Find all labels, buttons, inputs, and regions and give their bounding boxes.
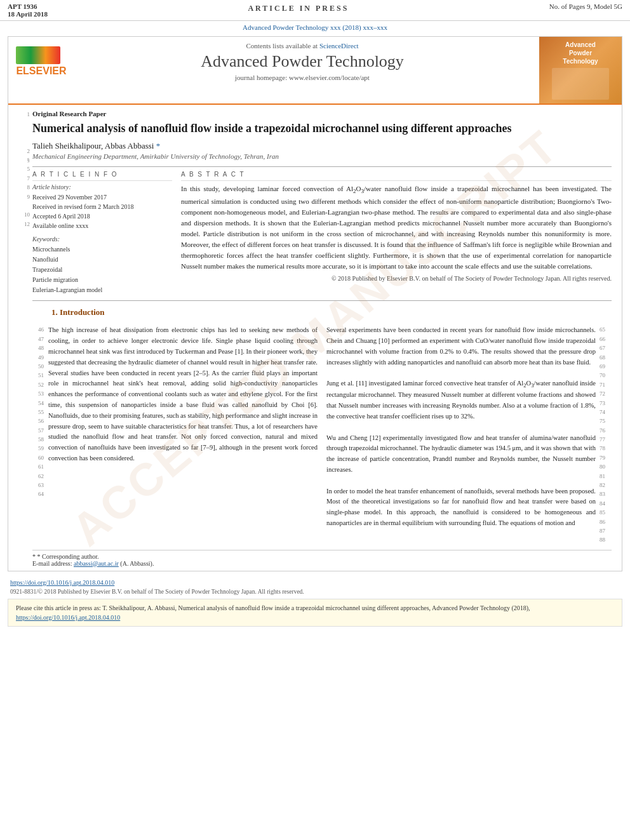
line-numbers-left: 1 2 § 5 7 8 9 10 12 bbox=[18, 110, 32, 567]
journal-id: APT 1936 18 April 2018 bbox=[8, 3, 48, 18]
article-body-watermark-container: ACCEPTED MANUSCRIPT 1 2 § 5 7 8 9 10 bbox=[8, 105, 622, 571]
authors: Talieh Sheikhalipour, Abbas Abbassi * bbox=[32, 141, 612, 151]
corresponding-asterisk: * bbox=[156, 141, 161, 150]
journal-homepage: journal homepage: www.elsevier.com/locat… bbox=[73, 74, 532, 81]
top-bar: APT 1936 18 April 2018 ARTICLE IN PRESS … bbox=[0, 0, 630, 21]
fn-asterisk: * bbox=[32, 553, 36, 560]
sd-main: ELSEVIER Contents lists available at Sci… bbox=[8, 37, 539, 103]
introduction-section: 1. Introduction 4647484950 5152535455 56… bbox=[32, 307, 612, 544]
accepted-date: Accepted 6 April 2018 bbox=[32, 211, 172, 221]
keywords-section: Keywords: Microchannels Nanofluid Trapez… bbox=[32, 236, 172, 295]
article-title: Numerical analysis of nanofluid flow ins… bbox=[32, 121, 612, 136]
elsevier-logo: ELSEVIER bbox=[16, 46, 67, 77]
article-info-abstract: A R T I C L E I N F O Article history: R… bbox=[32, 171, 612, 295]
abstract-col: A B S T R A C T In this study, developin… bbox=[181, 171, 612, 295]
kw-4: Particle migration bbox=[32, 275, 172, 285]
divider-info bbox=[32, 180, 172, 181]
apt-cover-image: Advanced Powder Technology bbox=[539, 37, 622, 103]
abstract-label: A B S T R A C T bbox=[181, 171, 612, 178]
intro-col-right: Several experiments have been conducted … bbox=[326, 325, 596, 544]
article-container: ELSEVIER Contents lists available at Sci… bbox=[8, 36, 622, 571]
kw-3: Trapezoidal bbox=[32, 265, 172, 275]
cite-bar: Please cite this article in press as: T.… bbox=[8, 599, 622, 627]
article-body: 1 2 § 5 7 8 9 10 12 Original Res bbox=[8, 105, 622, 571]
intro-heading: 1. Introduction bbox=[51, 307, 612, 317]
revised-date: Received in revised form 2 March 2018 bbox=[32, 202, 172, 211]
kw-2: Nanofluid bbox=[32, 255, 172, 265]
sd-contents-label: Contents lists available at ScienceDirec… bbox=[73, 42, 532, 50]
footnote: * * Corresponding author. E-mail address… bbox=[32, 550, 612, 567]
pages-model: No. of Pages 9, Model 5G bbox=[549, 3, 622, 10]
copyright-text: © 2018 Published by Elsevier B.V. on beh… bbox=[181, 274, 612, 283]
email-link[interactable]: abbassi@aut.ac.ir bbox=[74, 560, 119, 567]
kw-5: Eulerian-Lagrangian model bbox=[32, 285, 172, 295]
article-info-col: A R T I C L E I N F O Article history: R… bbox=[32, 171, 172, 295]
email-label: E-mail address: bbox=[32, 560, 72, 567]
divider-2 bbox=[32, 300, 612, 301]
intro-text-columns: 4647484950 5152535455 5657585960 6162636… bbox=[32, 325, 612, 544]
cite-doi-link[interactable]: https://doi.org/10.1016/j.apt.2018.04.01… bbox=[16, 614, 120, 621]
divider-abstract bbox=[181, 180, 612, 181]
kw-1: Microchannels bbox=[32, 244, 172, 255]
affiliation: Mechanical Engineering Department, Amirk… bbox=[32, 152, 612, 160]
article-type: Original Research Paper bbox=[32, 110, 612, 117]
abstract-text: In this study, developing laminar forced… bbox=[181, 183, 612, 272]
journal-citation: Advanced Powder Technology xxx (2018) xx… bbox=[0, 21, 630, 32]
line-nums-intro-left: 4647484950 5152535455 5657585960 6162636… bbox=[32, 325, 46, 544]
intro-col-left: The high increase of heat dissipation fr… bbox=[48, 325, 318, 544]
doi-section: https://doi.org/10.1016/j.apt.2018.04.01… bbox=[0, 575, 630, 596]
article-content: Original Research Paper Numerical analys… bbox=[32, 110, 612, 567]
available-online: Available online xxxx bbox=[32, 221, 172, 230]
journal-name: Advanced Powder Technology bbox=[73, 52, 532, 71]
line-nums-intro-right: 6566676869 7071727374 7576777879 8081828… bbox=[598, 325, 612, 544]
received-date: Received 29 November 2017 bbox=[32, 192, 172, 202]
issn-line: 0921-8831/© 2018 Published by Elsevier B… bbox=[10, 589, 620, 595]
history-label: Article history: bbox=[32, 183, 172, 190]
article-info-label: A R T I C L E I N F O bbox=[32, 171, 172, 178]
doi-link[interactable]: https://doi.org/10.1016/j.apt.2018.04.01… bbox=[10, 579, 620, 586]
sd-header: ELSEVIER Contents lists available at Sci… bbox=[8, 37, 622, 105]
sciencedirect-link[interactable]: ScienceDirect bbox=[319, 42, 359, 50]
divider-1 bbox=[32, 166, 612, 167]
keywords-label: Keywords: bbox=[32, 236, 172, 243]
article-in-press-label: ARTICLE IN PRESS bbox=[248, 3, 349, 13]
